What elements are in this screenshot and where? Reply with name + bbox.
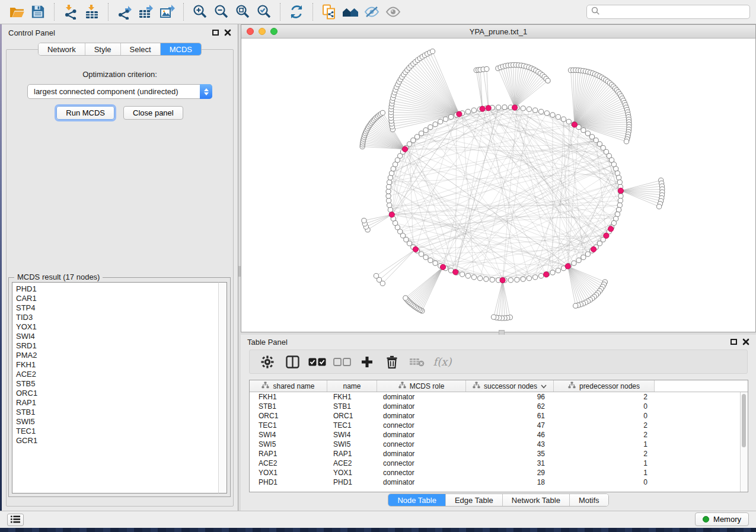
network-node[interactable]	[411, 138, 416, 143]
export-image-button[interactable]	[157, 2, 178, 22]
delete-button[interactable]	[382, 353, 401, 371]
network-node[interactable]	[508, 278, 513, 283]
window-minimize-icon[interactable]	[259, 28, 266, 35]
network-node[interactable]	[496, 105, 501, 110]
network-node[interactable]	[521, 106, 525, 111]
memory-button[interactable]: Memory	[695, 512, 749, 526]
network-node[interactable]	[380, 110, 385, 115]
network-node[interactable]	[414, 134, 419, 139]
network-node[interactable]	[576, 258, 581, 262]
window-maximize-icon[interactable]	[270, 28, 277, 35]
network-node[interactable]	[387, 198, 391, 203]
mcds-dominator-node[interactable]	[457, 111, 462, 117]
network-node[interactable]	[572, 261, 576, 265]
network-window-titlebar[interactable]: YPA_prune.txt_1	[241, 25, 755, 39]
network-node[interactable]	[527, 276, 531, 281]
network-node[interactable]	[539, 109, 544, 114]
network-node[interactable]	[561, 117, 566, 121]
column-header-mcds-role[interactable]: MCDS role	[377, 380, 466, 392]
export-table-button[interactable]	[135, 2, 157, 22]
network-node[interactable]	[527, 107, 531, 111]
mcds-result-item[interactable]: SWI4	[16, 332, 227, 341]
column-header-predecessor-nodes[interactable]: predecessor nodes	[554, 380, 655, 392]
network-node[interactable]	[589, 134, 594, 139]
column-header-shared-name[interactable]: shared name	[250, 380, 327, 392]
network-node[interactable]	[428, 258, 433, 262]
add-column-button[interactable]	[358, 353, 377, 371]
network-node[interactable]	[386, 189, 391, 194]
mcds-result-item[interactable]: STB5	[16, 379, 227, 389]
table-row[interactable]: SWI4SWI4dominator462	[250, 430, 748, 440]
table-scrollbar[interactable]	[740, 392, 748, 492]
network-node[interactable]	[423, 128, 428, 133]
mcds-result-item[interactable]: PMA2	[16, 351, 227, 360]
network-node[interactable]	[433, 122, 438, 127]
mcds-dominator-node[interactable]	[500, 277, 505, 283]
network-node[interactable]	[539, 274, 544, 278]
deselect-all-button[interactable]	[333, 353, 352, 371]
float-panel-icon[interactable]	[212, 30, 219, 36]
network-node[interactable]	[471, 108, 476, 113]
mcds-dominator-node[interactable]	[591, 246, 596, 252]
network-node[interactable]	[484, 277, 489, 281]
mcds-result-item[interactable]: PHD1	[16, 284, 227, 294]
network-node[interactable]	[490, 277, 495, 282]
table-row[interactable]: ORC1ORC1dominator610	[250, 411, 748, 421]
mcds-result-item[interactable]: TID3	[16, 313, 227, 322]
table-row[interactable]: RAP1RAP1dominator352	[250, 449, 748, 459]
hide-details-button[interactable]	[361, 2, 382, 22]
network-node[interactable]	[546, 78, 550, 83]
network-node[interactable]	[566, 119, 571, 124]
zoom-out-button[interactable]	[210, 2, 232, 22]
network-node[interactable]	[533, 108, 538, 113]
save-button[interactable]	[27, 2, 49, 22]
close-panel-button[interactable]: Close panel	[123, 106, 183, 120]
column-header-name[interactable]: name	[327, 380, 377, 392]
mcds-dominator-node[interactable]	[402, 146, 407, 152]
close-panel-icon[interactable]	[224, 29, 231, 36]
mcds-dominator-node[interactable]	[389, 212, 394, 217]
float-panel-icon[interactable]	[731, 339, 737, 345]
mcds-result-item[interactable]: FKH1	[16, 360, 227, 370]
function-builder-button[interactable]: f(x)	[432, 353, 451, 371]
import-network-button[interactable]	[60, 2, 81, 22]
mcds-result-item[interactable]: CAR1	[16, 294, 227, 303]
network-node[interactable]	[387, 203, 392, 207]
network-node[interactable]	[438, 119, 443, 124]
column-layout-button[interactable]	[283, 353, 302, 371]
mcds-list-scrollbar[interactable]	[218, 282, 227, 493]
search-field[interactable]	[586, 5, 750, 19]
network-node[interactable]	[573, 303, 578, 308]
mcds-result-item[interactable]: ACE2	[16, 370, 227, 379]
select-all-button[interactable]	[308, 353, 327, 371]
mcds-dominator-node[interactable]	[604, 233, 609, 238]
share-document-button[interactable]	[318, 2, 340, 22]
node-table[interactable]: shared name name MCDS role successor nod…	[249, 380, 748, 492]
zoom-selected-button[interactable]	[253, 2, 275, 22]
network-node[interactable]	[390, 171, 394, 175]
network-node[interactable]	[521, 277, 525, 281]
network-node[interactable]	[624, 139, 629, 144]
table-settings-button[interactable]	[258, 353, 277, 371]
tab-network-table[interactable]: Network Table	[503, 494, 570, 506]
table-row[interactable]: SWI5SWI5connector431	[250, 440, 748, 449]
network-node[interactable]	[533, 275, 538, 280]
mcds-result-item[interactable]: YOX1	[16, 322, 227, 332]
network-node[interactable]	[581, 128, 586, 133]
network-node[interactable]	[615, 171, 620, 175]
network-node[interactable]	[449, 114, 454, 119]
tab-select[interactable]: Select	[121, 43, 161, 55]
network-node[interactable]	[374, 274, 378, 278]
network-node[interactable]	[423, 255, 428, 259]
network-node[interactable]	[460, 272, 465, 277]
mcds-dominator-node[interactable]	[413, 246, 418, 252]
mcds-result-item[interactable]: SRD1	[16, 341, 227, 351]
zoom-fit-button[interactable]	[232, 2, 253, 22]
network-node[interactable]	[478, 276, 483, 281]
network-node[interactable]	[465, 274, 470, 278]
column-header-successor-nodes[interactable]: successor nodes	[466, 380, 554, 392]
tab-mcds[interactable]: MCDS	[161, 43, 201, 55]
mcds-result-item[interactable]: SWI5	[16, 417, 227, 427]
network-node[interactable]	[428, 125, 433, 130]
network-node[interactable]	[618, 194, 623, 198]
